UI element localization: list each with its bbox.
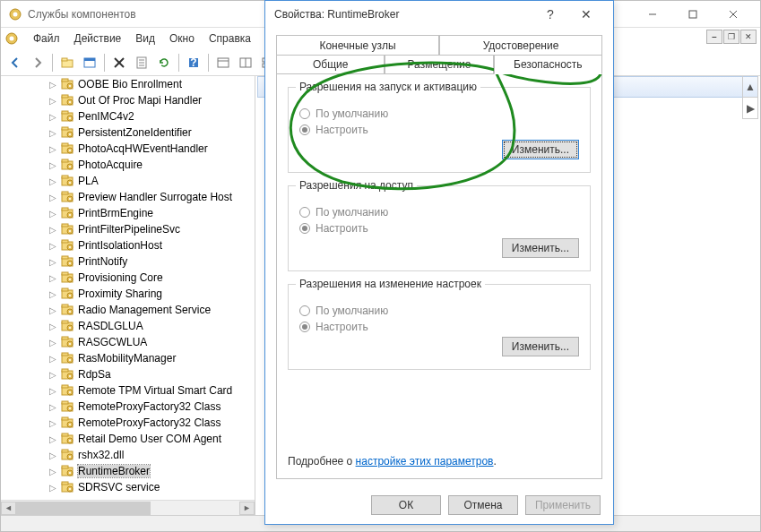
mdi-close[interactable]: ✕ [740,30,757,44]
tree-item[interactable]: ▷Proximity Sharing [1,286,255,302]
expand-icon[interactable]: ▷ [48,241,58,251]
tree-item[interactable]: ▷PersistentZoneIdentifier [1,124,255,141]
menu-help[interactable]: Справка [202,30,258,47]
tree-item[interactable]: ▷RASGCWLUA [1,334,255,350]
dialog-close-button[interactable]: ✕ [568,7,604,21]
expand-icon[interactable]: ▷ [48,176,58,186]
maximize-button[interactable] [672,2,713,27]
tree-item[interactable]: ▷Preview Handler Surrogate Host [1,189,255,205]
h-scrollbar[interactable]: ◄ ► [1,500,255,515]
launch-edit-button[interactable]: Изменить... [502,140,579,159]
tb-window[interactable] [79,52,100,73]
expand-icon[interactable]: ▷ [48,225,58,235]
expand-icon[interactable]: ▷ [48,434,58,444]
minimize-button[interactable] [632,2,672,27]
tab-general[interactable]: Общие [276,55,385,74]
tree-item[interactable]: ▷PrintNotify [1,253,255,270]
radio-access-custom[interactable]: Настроить [299,222,579,235]
mdi-restore[interactable]: ❐ [723,30,739,44]
tree-item[interactable]: ▷PrintBrmEngine [1,205,255,221]
tab-location[interactable]: Размещение [385,55,493,74]
tree-item[interactable]: ▷Retail Demo User COM Agent [1,431,255,447]
config-edit-button[interactable]: Изменить... [502,337,579,356]
menu-window[interactable]: Окно [162,30,202,47]
radio-launch-custom[interactable]: Настроить [299,124,579,136]
expand-icon[interactable]: ▷ [48,305,58,315]
dialog-help-button[interactable]: ? [532,7,568,21]
tree-item[interactable]: ▷PhotoAcqHWEventHandler [1,141,255,157]
tb-delete[interactable] [108,52,130,73]
expand-icon[interactable]: ▷ [48,112,58,122]
scroll-left-button[interactable]: ◄ [1,502,16,515]
tb-refresh[interactable] [153,52,175,73]
tab-identity[interactable]: Удостоверение [439,35,602,55]
radio-launch-default[interactable]: По умолчанию [299,107,579,120]
scroll-right-button[interactable]: ► [239,502,255,515]
tree-item[interactable]: ▷PenIMC4v2 [1,108,255,124]
expand-icon[interactable]: ▷ [48,273,58,283]
tb-forward[interactable] [27,52,48,73]
tree-item[interactable]: ▷PrintFilterPipelineSvc [1,221,255,237]
list-collapse-up[interactable]: ▲ [742,76,758,98]
expand-icon[interactable]: ▷ [48,289,58,299]
tree-item[interactable]: ▷Out Of Proc Mapi Handler [1,92,255,108]
tree-item[interactable]: ▷rshx32.dll [1,447,255,463]
expand-icon[interactable]: ▷ [48,257,58,267]
mdi-minimize[interactable]: ‒ [706,30,722,44]
tb-view2[interactable] [235,52,256,73]
tree-item[interactable]: ▷RasMobilityManager [1,350,255,366]
expand-icon[interactable]: ▷ [48,160,58,170]
tree-item[interactable]: ▷OOBE Bio Enrollment [1,76,255,92]
expand-icon[interactable]: ▷ [48,354,58,364]
expand-icon[interactable]: ▷ [48,467,58,476]
tree-item[interactable]: ▷RASDLGLUA [1,318,255,334]
tree-item[interactable]: ▷RdpSa [1,366,255,382]
tree-item[interactable]: ▷PrintIsolationHost [1,237,255,253]
expand-icon[interactable]: ▷ [48,338,58,348]
tb-back[interactable] [4,52,26,73]
menu-view[interactable]: Вид [128,30,162,47]
ok-button[interactable]: ОК [371,495,441,515]
expand-icon[interactable]: ▷ [48,144,58,154]
expand-icon[interactable]: ▷ [48,322,58,331]
expand-icon[interactable]: ▷ [48,96,58,106]
expand-icon[interactable]: ▷ [48,418,58,428]
expand-icon[interactable]: ▷ [48,193,58,202]
radio-config-default[interactable]: По умолчанию [299,305,579,317]
expand-icon[interactable]: ▷ [48,209,58,219]
menu-file[interactable]: Файл [26,30,67,47]
tb-folder[interactable] [56,52,78,73]
tree-item[interactable]: ▷SDRSVC service [1,479,255,495]
tree-item[interactable]: ▷RemoteProxyFactory32 Class [1,399,255,415]
access-edit-button[interactable]: Изменить... [502,238,579,258]
expand-icon[interactable]: ▷ [48,402,58,412]
close-button[interactable] [713,2,753,27]
tree-item[interactable]: ▷Remote TPM Virtual Smart Card [1,382,255,399]
tb-view1[interactable] [212,52,234,73]
list-expand[interactable]: ▶ [742,98,758,119]
tb-properties[interactable] [131,52,152,73]
tree-item[interactable]: ▷RuntimeBroker [1,463,255,479]
scroll-track[interactable] [16,502,239,515]
tree-item[interactable]: ▷RemoteProxyFactory32 Class [1,415,255,431]
tree-item[interactable]: ▷Provisioning Core [1,270,255,286]
expand-icon[interactable]: ▷ [48,450,58,460]
tree[interactable]: ▷OOBE Bio Enrollment▷Out Of Proc Mapi Ha… [1,76,255,500]
tree-item[interactable]: ▷Radio Management Service [1,302,255,318]
info-link[interactable]: настройке этих параметров [356,455,494,468]
menu-action[interactable]: Действие [67,30,129,47]
expand-icon[interactable]: ▷ [48,483,58,493]
expand-icon[interactable]: ▷ [48,386,58,396]
tree-item[interactable]: ▷PLA [1,173,255,189]
expand-icon[interactable]: ▷ [48,128,58,138]
apply-button[interactable]: Применить [525,495,601,515]
scroll-thumb[interactable] [16,502,151,515]
tab-security[interactable]: Безопасность [494,55,602,74]
radio-config-custom[interactable]: Настроить [299,321,579,333]
cancel-button[interactable]: Отмена [448,495,518,515]
expand-icon[interactable]: ▷ [48,80,58,90]
expand-icon[interactable]: ▷ [48,370,58,380]
tree-item[interactable]: ▷PhotoAcquire [1,157,255,173]
tab-endpoints[interactable]: Конечные узлы [276,35,439,55]
radio-access-default[interactable]: По умолчанию [299,206,579,219]
